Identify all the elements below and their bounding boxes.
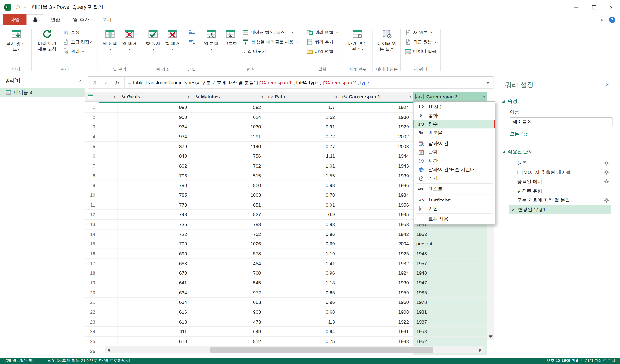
- group-by-button[interactable]: Σ 그룹화: [221, 27, 240, 47]
- fx-icon[interactable]: fx: [112, 79, 123, 86]
- tab-view[interactable]: 보기: [95, 14, 118, 25]
- cell[interactable]: 1962: [413, 337, 487, 347]
- cell[interactable]: 641: [117, 278, 191, 288]
- sort-descending-button[interactable]: [187, 38, 197, 46]
- menu-item-currency[interactable]: $통화: [414, 111, 495, 120]
- cell[interactable]: [99, 239, 118, 249]
- column-header-blank[interactable]: ▾: [99, 92, 118, 102]
- cell[interactable]: [99, 171, 118, 181]
- tab-transform[interactable]: 변환: [44, 14, 67, 25]
- menu-item-percentage[interactable]: %백분율: [414, 128, 495, 137]
- cell[interactable]: [99, 259, 118, 268]
- cell[interactable]: 0.96: [265, 298, 339, 307]
- cell[interactable]: 1960: [339, 298, 413, 307]
- filter-dropdown-icon[interactable]: ▾: [483, 95, 485, 99]
- cell[interactable]: 722: [117, 229, 191, 239]
- row-number[interactable]: 15: [85, 239, 99, 249]
- cell[interactable]: 1959: [339, 288, 413, 298]
- row-number[interactable]: 2: [85, 112, 99, 122]
- cell[interactable]: 0.94: [265, 327, 339, 336]
- table-corner-button[interactable]: [85, 92, 99, 102]
- cell[interactable]: 515: [191, 171, 265, 181]
- cell[interactable]: 785: [117, 190, 191, 200]
- choose-columns-button[interactable]: 열 선택▾: [101, 27, 119, 53]
- tab-home[interactable]: 홈: [27, 14, 44, 25]
- horizontal-scrollbar[interactable]: [105, 347, 483, 353]
- qat-dropdown-icon[interactable]: ▾: [24, 5, 26, 9]
- profiling-status[interactable]: 상위 1000개 행을 기준으로 한 열 프로파일링: [40, 358, 137, 364]
- step-changed-type[interactable]: 변경된 유형: [509, 186, 611, 195]
- cell[interactable]: 613: [117, 317, 191, 327]
- cell[interactable]: 1003: [191, 190, 265, 200]
- column-header-career-span-2[interactable]: ABC Career span.2 ▾: [413, 92, 487, 102]
- horizontal-scrollbar-track[interactable]: [112, 347, 477, 353]
- cell[interactable]: 743: [117, 210, 191, 220]
- step-settings-gear-icon[interactable]: [604, 170, 609, 175]
- cell[interactable]: 670: [117, 268, 191, 278]
- menu-item-decimal[interactable]: 1.210진수: [414, 102, 495, 111]
- cell[interactable]: 850: [191, 181, 265, 190]
- cell[interactable]: 1963: [339, 220, 413, 229]
- step-settings-gear-icon[interactable]: [604, 197, 609, 203]
- cell[interactable]: 0.78: [265, 190, 339, 200]
- scroll-right-icon[interactable]: [477, 347, 483, 353]
- cell[interactable]: [99, 317, 118, 327]
- cell[interactable]: 1.55: [265, 171, 339, 181]
- cell[interactable]: 0.91: [265, 200, 339, 210]
- cell[interactable]: 1985: [413, 288, 487, 298]
- cell[interactable]: [99, 132, 118, 142]
- cell[interactable]: 793: [191, 220, 265, 229]
- cell[interactable]: [99, 200, 118, 210]
- filter-dropdown-icon[interactable]: ▾: [409, 95, 411, 99]
- cell[interactable]: [99, 298, 118, 307]
- row-number[interactable]: 18: [85, 268, 99, 278]
- cell[interactable]: 1.52: [265, 112, 339, 122]
- cell[interactable]: 851: [191, 200, 265, 210]
- type-icon[interactable]: ABC: [416, 95, 423, 98]
- cell[interactable]: 735: [117, 220, 191, 229]
- cell[interactable]: 616: [117, 307, 191, 317]
- row-number[interactable]: 23: [85, 317, 99, 327]
- collapse-ribbon-icon[interactable]: ∧: [600, 17, 603, 22]
- cell[interactable]: 1937: [413, 317, 487, 327]
- row-number[interactable]: 16: [85, 249, 99, 259]
- recent-sources-button[interactable]: 최근 원본▾: [403, 38, 438, 46]
- cell[interactable]: 649: [191, 327, 265, 336]
- cell[interactable]: 792: [191, 161, 265, 171]
- cell[interactable]: 690: [117, 249, 191, 259]
- row-number[interactable]: 8: [85, 171, 99, 181]
- cell[interactable]: [99, 161, 118, 171]
- combine-files-button[interactable]: 파일 병합: [305, 47, 339, 56]
- row-number[interactable]: 9: [85, 181, 99, 190]
- sidebar-item-table-3[interactable]: 테이블 3: [0, 88, 85, 97]
- cell[interactable]: 1978: [413, 298, 487, 307]
- cell[interactable]: present: [413, 239, 487, 249]
- cell[interactable]: 1932: [339, 259, 413, 268]
- cell[interactable]: [99, 122, 118, 132]
- type-icon[interactable]: 1²3: [194, 95, 199, 99]
- cell[interactable]: 709: [117, 239, 191, 249]
- row-number[interactable]: 1: [85, 103, 99, 112]
- tab-add-column[interactable]: 열 추가: [66, 14, 95, 25]
- split-column-button[interactable]: 열 분할▾: [202, 27, 220, 53]
- cell[interactable]: 790: [117, 181, 191, 190]
- column-header-matches[interactable]: 1²3 Matches ▾: [191, 92, 265, 102]
- cell[interactable]: 0.75: [265, 337, 339, 347]
- cell[interactable]: 1935: [339, 210, 413, 220]
- filter-dropdown-icon[interactable]: ▾: [187, 95, 189, 99]
- properties-button[interactable]: 속성: [61, 28, 95, 37]
- row-number[interactable]: 10: [85, 190, 99, 200]
- replace-values-button[interactable]: ¹₂ 값 바꾸기: [241, 47, 300, 56]
- cell[interactable]: [99, 210, 118, 220]
- cell[interactable]: 0.91: [265, 122, 339, 132]
- step-split-column-by-delimiter[interactable]: 구분 기호에 따라 열 분할: [509, 195, 611, 205]
- filter-dropdown-icon[interactable]: ▾: [114, 95, 115, 99]
- type-icon[interactable]: 1²3: [120, 95, 125, 99]
- merge-queries-button[interactable]: 쿼리 병합▾: [305, 28, 339, 37]
- cell[interactable]: 610: [117, 337, 191, 347]
- cell[interactable]: 1.11: [265, 151, 339, 161]
- smiley-feedback-icon[interactable]: ☺: [15, 4, 21, 10]
- horizontal-scrollbar-thumb[interactable]: [210, 347, 433, 353]
- cell[interactable]: 1929: [339, 122, 413, 132]
- cell[interactable]: 1.01: [265, 161, 339, 171]
